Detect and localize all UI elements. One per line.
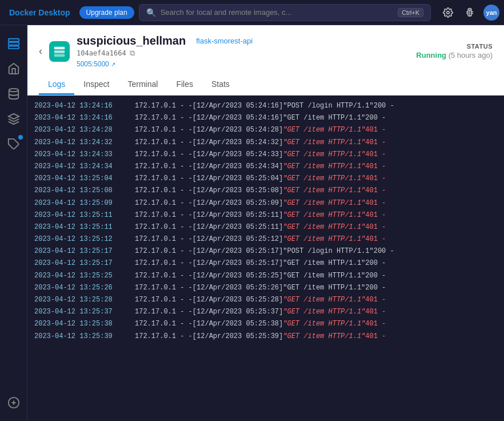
log-ip: 172.17.0.1 - - (135, 198, 193, 209)
log-method: "GET /item HTTP/1.1" (283, 271, 365, 281)
log-line: 2023-04-12 13:24:16172.17.0.1 - - [12/Ap… (27, 112, 504, 124)
svg-rect-3 (8, 42, 18, 45)
sidebar-item-images[interactable] (2, 57, 25, 80)
copy-id-icon[interactable]: ⧉ (130, 49, 135, 58)
sidebar-item-devenvs[interactable] (2, 108, 25, 130)
svg-rect-4 (8, 46, 18, 49)
svg-rect-13 (54, 54, 65, 57)
svg-rect-11 (54, 46, 65, 49)
tab-logs[interactable]: Logs (39, 75, 74, 95)
log-line: 2023-04-12 13:25:17172.17.0.1 - - [12/Ap… (27, 245, 504, 257)
user-avatar[interactable]: yan (483, 5, 499, 21)
search-icon: 🔍 (146, 8, 156, 17)
container-title-row: ‹ suspicious_hellman flask-smorest-api 1… (39, 34, 493, 68)
container-name-block: suspicious_hellman flask-smorest-api 104… (77, 34, 409, 68)
container-id: 104aef4a1664 (77, 49, 126, 57)
log-method: "GET /item HTTP/1.1" (283, 222, 365, 233)
log-code: 401 - (365, 234, 386, 245)
log-ip: 172.17.0.1 - - (135, 331, 193, 342)
log-line: 2023-04-12 13:24:34172.17.0.1 - - [12/Ap… (27, 161, 504, 173)
log-method: "GET /item HTTP/1.1" (283, 137, 365, 148)
log-code: 401 - (365, 149, 386, 160)
log-date: [12/Apr/2023 05:25:11] (193, 210, 283, 221)
svg-rect-2 (8, 39, 18, 42)
log-method: "GET /item HTTP/1.1" (283, 149, 365, 160)
tab-stats[interactable]: Stats (202, 75, 239, 95)
sidebar-item-containers[interactable] (2, 32, 25, 55)
log-timestamp: 2023-04-12 13:25:39 (34, 331, 131, 342)
log-line: 2023-04-12 13:25:04172.17.0.1 - - [12/Ap… (27, 173, 504, 185)
log-line: 2023-04-12 13:25:26172.17.0.1 - - [12/Ap… (27, 282, 504, 294)
log-line: 2023-04-12 13:24:32172.17.0.1 - - [12/Ap… (27, 137, 504, 149)
tab-terminal[interactable]: Terminal (119, 75, 167, 95)
external-link-icon: ↗ (111, 61, 115, 67)
log-method: "GET /item HTTP/1.1" (283, 331, 365, 342)
log-date: [12/Apr/2023 05:25:17] (193, 246, 283, 257)
log-date: [12/Apr/2023 05:24:32] (193, 137, 283, 148)
port-link[interactable]: 5005:5000 ↗ (77, 60, 409, 68)
extensions-badge (18, 135, 23, 140)
log-method: "GET /item HTTP/1.1" (283, 161, 365, 172)
log-ip: 172.17.0.1 - - (135, 149, 193, 160)
log-timestamp: 2023-04-12 13:25:25 (34, 271, 131, 281)
log-method: "GET /item HTTP/1.1" (283, 234, 365, 245)
log-code: 401 - (365, 307, 386, 317)
log-line: 2023-04-12 13:24:33172.17.0.1 - - [12/Ap… (27, 149, 504, 161)
sidebar-item-volumes[interactable] (2, 82, 25, 105)
log-line: 2023-04-12 13:24:16172.17.0.1 - - [12/Ap… (27, 100, 504, 112)
sidebar-item-add[interactable] (2, 391, 25, 414)
log-date: [12/Apr/2023 05:25:39] (193, 331, 283, 342)
log-line: 2023-04-12 13:25:25172.17.0.1 - - [12/Ap… (27, 270, 504, 282)
log-date: [12/Apr/2023 05:25:09] (193, 198, 283, 209)
sidebar-item-extensions[interactable] (2, 133, 25, 156)
bug-icon[interactable] (462, 5, 478, 21)
svg-rect-12 (54, 50, 65, 53)
log-timestamp: 2023-04-12 13:24:32 (34, 137, 131, 148)
log-timestamp: 2023-04-12 13:24:34 (34, 161, 131, 172)
log-method: "GET /item HTTP/1.1" (283, 307, 365, 317)
log-method: "GET /item HTTP/1.1" (283, 125, 365, 136)
log-ip: 172.17.0.1 - - (135, 101, 193, 112)
upgrade-plan-button[interactable]: Upgrade plan (79, 6, 134, 19)
tab-inspect[interactable]: Inspect (74, 75, 118, 95)
search-kbd-shortcut: Ctrl+K (398, 8, 423, 17)
log-date: [12/Apr/2023 05:24:16] (193, 113, 283, 124)
log-line: 2023-04-12 13:25:38172.17.0.1 - - [12/Ap… (27, 318, 504, 330)
log-code: 200 - (365, 113, 386, 124)
sidebar (0, 25, 27, 421)
log-timestamp: 2023-04-12 13:25:38 (34, 319, 131, 329)
log-line: 2023-04-12 13:25:28172.17.0.1 - - [12/Ap… (27, 294, 504, 306)
topbar-icons: yan (440, 5, 499, 21)
log-ip: 172.17.0.1 - - (135, 210, 193, 221)
log-code: 401 - (365, 331, 386, 342)
log-ip: 172.17.0.1 - - (135, 137, 193, 148)
tab-files[interactable]: Files (167, 75, 202, 95)
log-timestamp: 2023-04-12 13:24:28 (34, 125, 131, 136)
search-placeholder: Search for local and remote images, c... (161, 8, 292, 17)
log-code: 401 - (365, 295, 386, 305)
log-date: [12/Apr/2023 05:25:25] (193, 271, 283, 281)
log-date: [12/Apr/2023 05:24:33] (193, 149, 283, 160)
back-button[interactable]: ‹ (39, 45, 42, 57)
log-code: 200 - (365, 271, 386, 281)
search-bar[interactable]: 🔍 Search for local and remote images, c.… (139, 4, 431, 21)
log-code: 401 - (365, 137, 386, 148)
log-date: [12/Apr/2023 05:25:04] (193, 173, 283, 184)
settings-gear-icon[interactable] (440, 5, 456, 21)
log-date: [12/Apr/2023 05:24:16] (193, 101, 283, 112)
log-code: 401 - (365, 198, 386, 209)
log-method: "GET /item HTTP/1.1" (283, 210, 365, 221)
log-date: [12/Apr/2023 05:25:38] (193, 319, 283, 329)
log-line: 2023-04-12 13:25:11172.17.0.1 - - [12/Ap… (27, 221, 504, 233)
log-line: 2023-04-12 13:25:37172.17.0.1 - - [12/Ap… (27, 306, 504, 318)
log-line: 2023-04-12 13:25:11172.17.0.1 - - [12/Ap… (27, 209, 504, 221)
log-line: 2023-04-12 13:25:08172.17.0.1 - - [12/Ap… (27, 185, 504, 197)
container-tag-link[interactable]: flask-smorest-api (196, 37, 253, 45)
log-code: 401 - (365, 222, 386, 233)
log-area[interactable]: 2023-04-12 13:24:16172.17.0.1 - - [12/Ap… (27, 96, 504, 421)
log-method: "GET /item HTTP/1.1" (283, 319, 365, 329)
svg-marker-6 (8, 114, 18, 119)
log-method: "GET /item HTTP/1.1" (283, 113, 365, 124)
main-layout: ‹ suspicious_hellman flask-smorest-api 1… (0, 25, 504, 421)
svg-point-0 (447, 11, 450, 14)
